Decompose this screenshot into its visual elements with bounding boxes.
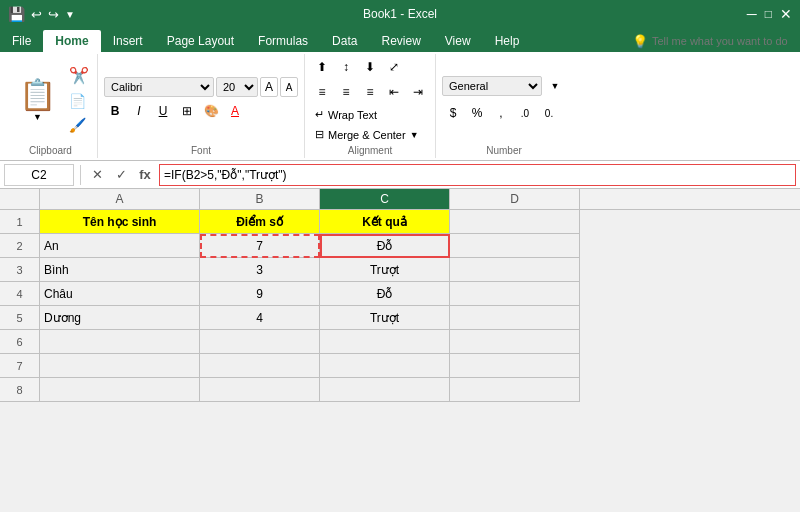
cell-c8[interactable] bbox=[320, 378, 450, 402]
wrap-text-button[interactable]: ↵ Wrap Text bbox=[311, 106, 381, 123]
align-bottom-button[interactable]: ⬇ bbox=[359, 56, 381, 78]
font-size-decrease-button[interactable]: A bbox=[280, 77, 298, 97]
tell-me-area[interactable]: 💡 bbox=[624, 30, 800, 52]
italic-button[interactable]: I bbox=[128, 100, 150, 122]
font-size-select[interactable]: 20 bbox=[216, 77, 258, 97]
tell-me-input[interactable] bbox=[652, 35, 792, 47]
cell-d6[interactable] bbox=[450, 330, 580, 354]
align-center-button[interactable]: ≡ bbox=[335, 81, 357, 103]
cut-button[interactable]: ✂️ bbox=[67, 64, 91, 87]
cell-c4[interactable]: Đỗ bbox=[320, 282, 450, 306]
tab-formulas[interactable]: Formulas bbox=[246, 30, 320, 52]
tab-view[interactable]: View bbox=[433, 30, 483, 52]
redo-icon[interactable]: ↪ bbox=[48, 7, 59, 22]
row-num-5: 5 bbox=[0, 306, 40, 330]
col-header-c[interactable]: C bbox=[320, 189, 450, 209]
align-left-button[interactable]: ≡ bbox=[311, 81, 333, 103]
formula-input[interactable] bbox=[159, 164, 796, 186]
decrease-decimal-button[interactable]: .0 bbox=[514, 102, 536, 124]
cell-b3[interactable]: 3 bbox=[200, 258, 320, 282]
cell-b5[interactable]: 4 bbox=[200, 306, 320, 330]
cell-d8[interactable] bbox=[450, 378, 580, 402]
table-row: 4 Châu 9 Đỗ bbox=[0, 282, 800, 306]
align-middle-button[interactable]: ↕ bbox=[335, 56, 357, 78]
text-orientation-button[interactable]: ⤢ bbox=[383, 56, 405, 78]
tab-data[interactable]: Data bbox=[320, 30, 369, 52]
format-painter-button[interactable]: 🖌️ bbox=[67, 115, 91, 135]
cell-d4[interactable] bbox=[450, 282, 580, 306]
window-controls: ─ □ ✕ bbox=[747, 6, 792, 22]
cell-d5[interactable] bbox=[450, 306, 580, 330]
col-header-b[interactable]: B bbox=[200, 189, 320, 209]
cell-a6[interactable] bbox=[40, 330, 200, 354]
cell-b4[interactable]: 9 bbox=[200, 282, 320, 306]
cell-a8[interactable] bbox=[40, 378, 200, 402]
cell-a1[interactable]: Tên học sinh bbox=[40, 210, 200, 234]
cell-d7[interactable] bbox=[450, 354, 580, 378]
cell-a7[interactable] bbox=[40, 354, 200, 378]
customize-icon[interactable]: ▼ bbox=[65, 9, 75, 20]
border-button[interactable]: ⊞ bbox=[176, 100, 198, 122]
paste-area: 📋 ▼ bbox=[10, 75, 65, 124]
save-icon[interactable]: 💾 bbox=[8, 6, 25, 22]
tab-help[interactable]: Help bbox=[483, 30, 532, 52]
font-color-button[interactable]: A bbox=[224, 100, 246, 122]
number-format-btn[interactable]: ▼ bbox=[544, 75, 566, 97]
cell-d3[interactable] bbox=[450, 258, 580, 282]
cell-reference-input[interactable] bbox=[4, 164, 74, 186]
increase-indent-button[interactable]: ⇥ bbox=[407, 81, 429, 103]
maximize-btn[interactable]: □ bbox=[765, 7, 772, 21]
num-btn-row: $ % , .0 0. bbox=[442, 102, 566, 124]
tab-page-layout[interactable]: Page Layout bbox=[155, 30, 246, 52]
cell-b1[interactable]: Điểm số bbox=[200, 210, 320, 234]
cell-c5[interactable]: Trượt bbox=[320, 306, 450, 330]
number-format-select[interactable]: General bbox=[442, 76, 542, 96]
cell-a2[interactable]: An bbox=[40, 234, 200, 258]
font-family-select[interactable]: Calibri bbox=[104, 77, 214, 97]
align-right-button[interactable]: ≡ bbox=[359, 81, 381, 103]
cell-c6[interactable] bbox=[320, 330, 450, 354]
decrease-indent-button[interactable]: ⇤ bbox=[383, 81, 405, 103]
close-btn[interactable]: ✕ bbox=[780, 6, 792, 22]
merge-dropdown-icon[interactable]: ▼ bbox=[410, 130, 419, 140]
cell-b7[interactable] bbox=[200, 354, 320, 378]
paste-dropdown-arrow[interactable]: ▼ bbox=[33, 112, 42, 122]
percent-button[interactable]: $ bbox=[442, 102, 464, 124]
cell-c2[interactable]: Đỗ bbox=[320, 234, 450, 258]
insert-function-icon[interactable]: fx bbox=[135, 165, 155, 185]
increase-decimal-button[interactable]: 0. bbox=[538, 102, 560, 124]
percent-sign-button[interactable]: % bbox=[466, 102, 488, 124]
paste-button[interactable]: 📋 ▼ bbox=[17, 75, 58, 124]
align-top-button[interactable]: ⬆ bbox=[311, 56, 333, 78]
tab-review[interactable]: Review bbox=[369, 30, 432, 52]
bold-button[interactable]: B bbox=[104, 100, 126, 122]
minimize-btn[interactable]: ─ bbox=[747, 6, 757, 22]
fill-color-button[interactable]: 🎨 bbox=[200, 100, 222, 122]
confirm-formula-icon[interactable]: ✓ bbox=[111, 165, 131, 185]
col-header-a[interactable]: A bbox=[40, 189, 200, 209]
cancel-formula-icon[interactable]: ✕ bbox=[87, 165, 107, 185]
undo-icon[interactable]: ↩ bbox=[31, 7, 42, 22]
cell-a3[interactable]: Bình bbox=[40, 258, 200, 282]
comma-button[interactable]: , bbox=[490, 102, 512, 124]
cell-d2[interactable] bbox=[450, 234, 580, 258]
cell-b2[interactable]: 7 bbox=[200, 234, 320, 258]
tab-file[interactable]: File bbox=[0, 30, 43, 52]
cell-a4[interactable]: Châu bbox=[40, 282, 200, 306]
cell-d1[interactable] bbox=[450, 210, 580, 234]
font-size-increase-button[interactable]: A bbox=[260, 77, 278, 97]
col-header-d[interactable]: D bbox=[450, 189, 580, 209]
copy-button[interactable]: 📄 bbox=[67, 91, 91, 111]
tab-insert[interactable]: Insert bbox=[101, 30, 155, 52]
cell-a5[interactable]: Dương bbox=[40, 306, 200, 330]
cell-b8[interactable] bbox=[200, 378, 320, 402]
underline-button[interactable]: U bbox=[152, 100, 174, 122]
tab-home[interactable]: Home bbox=[43, 30, 100, 52]
cell-c1[interactable]: Kết quả bbox=[320, 210, 450, 234]
cell-b6[interactable] bbox=[200, 330, 320, 354]
wrap-text-icon: ↵ bbox=[315, 108, 324, 121]
cell-c3[interactable]: Trượt bbox=[320, 258, 450, 282]
cell-c7[interactable] bbox=[320, 354, 450, 378]
merge-center-button[interactable]: ⊟ Merge & Center ▼ bbox=[311, 126, 423, 143]
row-num-header bbox=[0, 189, 40, 209]
